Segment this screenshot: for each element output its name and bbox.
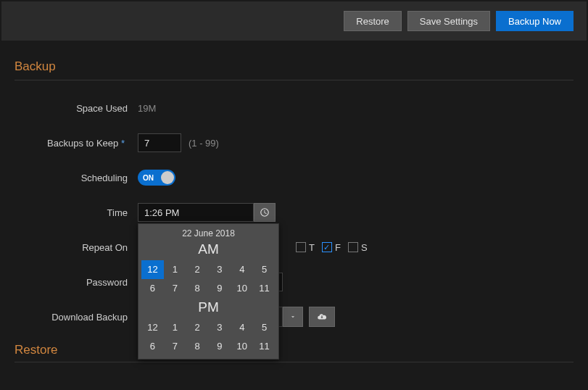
clock-icon: [260, 207, 270, 217]
save-settings-button[interactable]: Save Settings: [407, 11, 490, 31]
time-picker-popup: 22 June 2018 AM 12 1 2 3 4 5 6 7 8 9 10 …: [138, 223, 279, 360]
picker-hour-pm-2[interactable]: 2: [186, 318, 209, 337]
picker-hour-am-7[interactable]: 7: [164, 279, 186, 298]
picker-hour-pm-9[interactable]: 9: [209, 337, 231, 356]
picker-hour-am-9[interactable]: 9: [209, 279, 231, 298]
backup-now-button[interactable]: Backup Now: [496, 11, 573, 31]
backups-to-keep-hint: (1 - 99): [189, 138, 219, 149]
download-backup-cloud-button[interactable]: [309, 307, 335, 327]
restore-button[interactable]: Restore: [344, 11, 402, 31]
backups-to-keep-label: Backups to Keep *: [15, 138, 138, 149]
picker-hour-am-11[interactable]: 11: [253, 279, 276, 298]
cloud-download-icon: [315, 312, 328, 322]
picker-hour-am-3[interactable]: 3: [209, 260, 231, 279]
picker-hour-pm-5[interactable]: 5: [253, 318, 276, 337]
repeat-days: T F S: [296, 242, 368, 253]
backups-to-keep-input[interactable]: [138, 133, 181, 152]
picker-hour-am-1[interactable]: 1: [164, 260, 186, 279]
divider: [15, 80, 573, 80]
space-used-value: 19M: [138, 103, 156, 114]
scheduling-toggle-knob: [161, 171, 174, 184]
picker-am-label: AM: [138, 240, 278, 260]
day-t-checkbox[interactable]: [296, 242, 306, 252]
picker-hour-am-5[interactable]: 5: [253, 260, 276, 279]
time-picker-button[interactable]: [254, 203, 276, 222]
picker-hour-am-10[interactable]: 10: [231, 279, 253, 298]
picker-date: 22 June 2018: [138, 224, 278, 240]
day-f[interactable]: F: [322, 242, 341, 253]
scheduling-toggle-text: ON: [143, 174, 154, 182]
restore-section-title: Restore: [15, 343, 573, 357]
picker-hour-am-2[interactable]: 2: [186, 260, 209, 279]
day-f-label: F: [335, 242, 341, 253]
picker-hour-am-8[interactable]: 8: [186, 279, 209, 298]
divider-2: [15, 362, 573, 362]
time-label: Time: [15, 207, 138, 218]
day-s-label: S: [361, 242, 368, 253]
day-f-checkbox[interactable]: [322, 242, 332, 252]
picker-am-grid: 12 1 2 3 4 5 6 7 8 9 10 11: [138, 260, 278, 298]
picker-hour-pm-4[interactable]: 4: [231, 318, 253, 337]
day-t[interactable]: T: [296, 242, 315, 253]
download-backup-label: Download Backup: [15, 312, 138, 323]
picker-hour-pm-11[interactable]: 11: [253, 337, 276, 356]
picker-pm-grid: 12 1 2 3 4 5 6 7 8 9 10 11: [138, 318, 278, 356]
repeat-on-label: Repeat On: [15, 242, 138, 253]
time-input[interactable]: [138, 203, 254, 222]
picker-hour-pm-1[interactable]: 1: [164, 318, 186, 337]
day-s[interactable]: S: [348, 242, 368, 253]
picker-hour-pm-10[interactable]: 10: [231, 337, 253, 356]
scheduling-label: Scheduling: [15, 173, 138, 183]
picker-hour-pm-12[interactable]: 12: [141, 318, 164, 337]
picker-hour-pm-7[interactable]: 7: [164, 337, 186, 356]
picker-hour-pm-6[interactable]: 6: [141, 337, 164, 356]
day-s-checkbox[interactable]: [348, 242, 358, 252]
picker-hour-am-12[interactable]: 12: [141, 260, 164, 279]
picker-hour-am-6[interactable]: 6: [141, 279, 164, 298]
chevron-down-icon: [289, 313, 297, 320]
backup-section-title: Backup: [15, 59, 573, 74]
picker-hour-pm-3[interactable]: 3: [209, 318, 231, 337]
picker-pm-label: PM: [138, 298, 278, 318]
day-t-label: T: [309, 242, 315, 253]
top-toolbar: Restore Save Settings Backup Now: [1, 1, 587, 41]
picker-hour-pm-8[interactable]: 8: [186, 337, 209, 356]
password-label: Password: [15, 277, 138, 288]
space-used-label: Space Used: [15, 103, 138, 114]
picker-hour-am-4[interactable]: 4: [231, 260, 253, 279]
scheduling-toggle[interactable]: ON: [138, 170, 175, 186]
download-backup-select-arrow[interactable]: [283, 307, 303, 327]
